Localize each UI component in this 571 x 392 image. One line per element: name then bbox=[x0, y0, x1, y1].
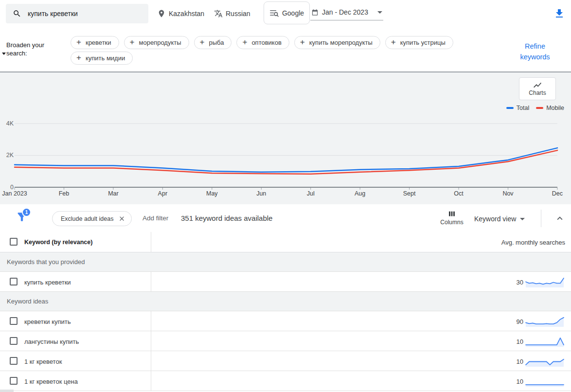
x-axis-label: Oct bbox=[454, 190, 463, 197]
language-label: Russian bbox=[226, 10, 250, 18]
keyword-cell: лангустины купить bbox=[24, 338, 79, 345]
broaden-chip[interactable]: +оптовиков bbox=[236, 36, 289, 49]
charts-button-label: Charts bbox=[529, 89, 546, 96]
x-axis-label: Dec bbox=[552, 190, 563, 197]
chart-legend: TotalMobile bbox=[506, 105, 564, 111]
row-checkbox[interactable] bbox=[10, 317, 18, 325]
table-header-row: Keyword (by relevance) Avg. monthly sear… bbox=[0, 232, 571, 252]
columns-label: Columns bbox=[440, 219, 463, 226]
search-input[interactable] bbox=[28, 10, 135, 18]
chips-row-1: +креветки+морепродукты+рыба+оптовиков+ку… bbox=[71, 36, 455, 49]
chip-label: креветки bbox=[86, 39, 111, 46]
location-setting[interactable]: Kazakhstan bbox=[157, 7, 204, 20]
close-icon[interactable] bbox=[118, 215, 125, 222]
broaden-chip[interactable]: +купить устрицы bbox=[385, 36, 453, 49]
row-checkbox[interactable] bbox=[10, 377, 18, 385]
plus-icon: + bbox=[76, 53, 81, 62]
date-range-picker[interactable]: Jan - Dec 2023 bbox=[310, 7, 383, 20]
trend-sparkline bbox=[525, 355, 564, 367]
chevron-down-icon bbox=[377, 11, 382, 14]
filter-chip-exclude-adult[interactable]: Exclude adult ideas bbox=[52, 211, 132, 226]
legend-item[interactable]: Mobile bbox=[536, 105, 564, 111]
collapse-triangle-icon[interactable] bbox=[2, 53, 6, 55]
network-label: Google bbox=[282, 9, 304, 17]
chevron-up-icon bbox=[554, 213, 565, 224]
filter-chip-label: Exclude adult ideas bbox=[61, 215, 113, 222]
plus-icon: + bbox=[76, 38, 81, 46]
broaden-chip[interactable]: +креветки bbox=[71, 36, 119, 49]
add-filter-button[interactable]: Add filter bbox=[143, 214, 168, 222]
row-checkbox[interactable] bbox=[10, 337, 18, 345]
plus-icon: + bbox=[242, 38, 247, 46]
x-axis-label: Feb bbox=[59, 190, 70, 197]
section-title: Keywords that you provided bbox=[7, 252, 85, 272]
trend-sparkline bbox=[525, 374, 564, 387]
keyword-table: Keyword (by relevance) Avg. monthly sear… bbox=[0, 232, 571, 391]
arrow-drop-down-icon bbox=[520, 218, 525, 220]
table-row: лангустины купить10 bbox=[0, 331, 571, 351]
translate-icon bbox=[214, 9, 223, 18]
keyword-cell: купить креветки bbox=[24, 279, 71, 286]
x-axis-label: Jun bbox=[256, 190, 266, 197]
column-divider bbox=[151, 371, 151, 391]
table-row: 1 кг креветок10 bbox=[0, 351, 571, 371]
broaden-chip[interactable]: +купить морепродукты bbox=[294, 36, 380, 49]
x-axis-label: May bbox=[206, 190, 218, 197]
table-row: купить креветки30 bbox=[0, 272, 571, 292]
select-all-checkbox[interactable] bbox=[10, 238, 18, 246]
avg-monthly-searches-value: 10 bbox=[517, 358, 523, 365]
avg-monthly-searches-value: 10 bbox=[517, 338, 523, 345]
section-title: Keyword ideas bbox=[7, 292, 48, 311]
chip-label: оптовиков bbox=[251, 39, 281, 46]
keyword-cell: 1 кг креветок bbox=[24, 358, 62, 365]
legend-label: Total bbox=[517, 105, 529, 111]
location-label: Kazakhstan bbox=[169, 10, 204, 18]
download-icon bbox=[553, 8, 565, 19]
x-axis-label: Sept bbox=[403, 190, 416, 197]
plus-icon: + bbox=[300, 38, 305, 46]
avg-monthly-searches-value: 30 bbox=[517, 279, 523, 286]
column-divider bbox=[151, 311, 151, 331]
x-axis-label: Mar bbox=[108, 190, 119, 197]
broaden-chip[interactable]: +рыба bbox=[194, 36, 232, 49]
chip-label: купить морепродукты bbox=[309, 39, 373, 46]
broaden-chip[interactable]: +морепродукты bbox=[124, 36, 189, 49]
plus-icon: + bbox=[130, 38, 135, 46]
bottom-left-partial-box bbox=[0, 390, 14, 392]
legend-item[interactable]: Total bbox=[506, 105, 529, 111]
broaden-chip[interactable]: +купить мидии bbox=[71, 52, 133, 65]
keyword-cell: креветки купить bbox=[24, 318, 71, 325]
filter-count-badge: 1 bbox=[22, 208, 31, 217]
chip-label: купить мидии bbox=[86, 54, 125, 62]
keyword-column-header: Keyword (by relevance) bbox=[24, 239, 92, 246]
filter-button[interactable]: 1 bbox=[16, 211, 28, 223]
download-button[interactable] bbox=[553, 8, 565, 19]
column-divider bbox=[151, 272, 151, 291]
avg-monthly-searches-value: 90 bbox=[517, 318, 523, 325]
refine-keywords-link[interactable]: Refine keywords bbox=[511, 41, 559, 62]
chart-section: Charts TotalMobile 4K 2K 0 Jan 2023FebMa… bbox=[0, 71, 571, 204]
language-setting[interactable]: Russian bbox=[214, 7, 250, 20]
row-checkbox[interactable] bbox=[10, 357, 18, 365]
column-divider bbox=[151, 232, 151, 252]
chip-label: рыба bbox=[209, 39, 224, 46]
charts-button[interactable]: Charts bbox=[519, 77, 556, 100]
line-chart-icon bbox=[533, 81, 542, 89]
x-axis-label: Jul bbox=[307, 190, 315, 197]
legend-label: Mobile bbox=[546, 105, 564, 111]
columns-icon bbox=[447, 210, 457, 218]
row-checkbox[interactable] bbox=[10, 278, 18, 285]
keyword-view-label: Keyword view bbox=[474, 215, 516, 223]
x-axis-label: Aug bbox=[355, 190, 365, 197]
collapse-panel-button[interactable] bbox=[554, 213, 565, 224]
network-selector[interactable]: Google bbox=[264, 1, 310, 24]
keyword-view-dropdown[interactable]: Keyword view bbox=[474, 215, 525, 223]
keyword-cell: 1 кг креветок цена bbox=[24, 378, 78, 385]
location-pin-icon bbox=[157, 9, 166, 18]
columns-button[interactable]: Columns bbox=[439, 210, 464, 226]
chip-label: морепродукты bbox=[139, 39, 181, 46]
keyword-search-box[interactable] bbox=[6, 4, 148, 23]
trend-chart bbox=[0, 120, 571, 193]
avg-searches-column-header: Avg. monthly searches bbox=[501, 239, 565, 246]
plus-icon: + bbox=[391, 38, 396, 46]
